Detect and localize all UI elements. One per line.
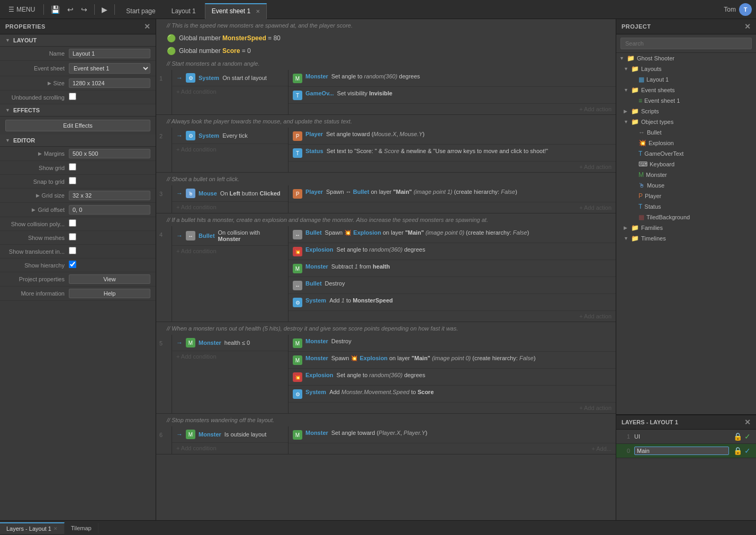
layer-name-ui: UI [634,433,729,440]
separator2 [94,4,95,15]
action-5-3: 💥 Explosion Set angle to random(360) deg… [289,369,616,386]
prop-margins-row: ▶ Margins [0,147,156,161]
menu-button[interactable]: ☰ MENU [4,4,39,15]
tree-explosion[interactable]: 💥 Explosion [616,138,756,148]
tree-event-sheets-folder[interactable]: ▼ 📁 Event sheets [616,85,756,95]
size-input[interactable] [69,78,150,88]
project-close[interactable]: ✕ [744,22,751,31]
act-name-2-1: Player [305,131,323,137]
add-condition-4[interactable]: + Add condition [172,246,288,256]
tree-object-types-folder[interactable]: ▼ 📁 Object types [616,117,756,127]
edit-effects-button[interactable]: Edit Effects [5,120,150,131]
add-action-4[interactable]: + Add action [289,311,616,322]
add-action-3[interactable]: + Add action [289,202,616,213]
tab-start-page[interactable]: Start page [119,3,162,19]
layer-name-main[interactable] [634,447,729,455]
tab-event-sheet1[interactable]: Event sheet 1 ✕ [205,3,267,19]
prop-more-info-row: More information Help [0,287,156,301]
global-text-2: Global number Score = 0 [179,47,251,55]
system-icon: ⚙ [186,73,195,83]
name-value [69,49,150,58]
tree-bullet[interactable]: ↔ Bullet [616,127,756,138]
name-input[interactable] [69,49,150,58]
save-icon[interactable]: 💾 [48,3,62,16]
collision-checkbox[interactable] [69,219,76,227]
layers-tab-close[interactable]: ✕ [53,526,58,531]
tree-timelines-folder[interactable]: ▼ 📁 Timelines [616,233,756,244]
prop-collision-row: Show collision poly... [0,217,156,231]
add-action-2[interactable]: + Add action [289,162,616,172]
properties-close[interactable]: ✕ [144,22,151,31]
tab-event-sheet1-close[interactable]: ✕ [256,8,260,14]
cond-arrow-3: → [176,190,183,197]
tree-root[interactable]: ▼ 📁 Ghost Shooter [616,53,756,64]
unbounded-checkbox[interactable] [69,93,76,100]
add-action-6[interactable]: + Add... [289,443,616,454]
hierarchy-checkbox[interactable] [69,261,76,268]
event-sheet-select[interactable]: Event sheet 1 [69,63,150,74]
snap-grid-checkbox[interactable] [69,177,76,184]
event-conditions-2: → ⚙ System Every tick + Add condition [172,128,289,172]
condition-3-1: → 🖱 Mouse On Left button Clicked [172,185,288,202]
act-text-4-1: Spawn 💥 Explosion on layer "Main" (image… [325,229,611,236]
tab-layers-layout1[interactable]: Layers - Layout 1 ✕ [0,522,65,534]
event-actions-3: P Player Spawn ↔ Bullet on layer "Main" … [289,185,616,213]
action-2-1: P Player Set angle toward (Mouse.X, Mous… [289,128,616,145]
lock-icon-ui[interactable]: 🔒 [733,432,742,441]
undo-icon[interactable]: ↩ [65,3,76,16]
tree-tiled[interactable]: ▦ TiledBackground [616,212,756,222]
tree-families-folder[interactable]: ▶ 📁 Families [616,222,756,233]
show-grid-checkbox[interactable] [69,163,76,171]
families-folder-icon: 📁 [631,224,639,231]
section-effects[interactable]: ▼ EFFECTS [0,104,156,117]
event-num-1: 1 [156,70,172,114]
play-icon[interactable]: ▶ [99,3,110,16]
grid-offset-input[interactable] [69,205,150,215]
grid-size-label: ▶ Grid size [5,192,69,199]
add-action-1[interactable]: + Add action [289,104,616,114]
tree-mouse[interactable]: 🖱 Mouse [616,180,756,191]
add-condition-1[interactable]: + Add condition [172,86,288,97]
add-action-5[interactable]: + Add action [289,403,616,413]
layers-close[interactable]: ✕ [744,418,751,426]
tab-tilemap[interactable]: Tilemap [65,523,98,533]
tree-event-sheet1[interactable]: ≡ Event sheet 1 [616,95,756,106]
action-1-2: T GameOv... Set visibility Invisible [289,87,616,104]
project-tree: ▼ 📁 Ghost Shooter ▼ 📁 Layouts ▦ Layout 1… [616,34,756,414]
section-layout[interactable]: ▼ LAYOUT [0,34,156,47]
visibility-icon-ui[interactable]: ✓ [744,432,751,441]
editor-section-label: EDITOR [13,137,35,144]
margins-input[interactable] [69,149,150,158]
tree-layouts-folder[interactable]: ▼ 📁 Layouts [616,64,756,74]
tree-monster[interactable]: M Monster [616,170,756,180]
action-5-2: M Monster Spawn 💥 Explosion on layer "Ma… [289,352,616,369]
prop-meshes-row: Show meshes [0,231,156,245]
user-avatar[interactable]: T [739,3,752,16]
visibility-icon-main[interactable]: ✓ [744,447,751,455]
properties-panel: PROPERTIES ✕ ▼ LAYOUT Name Event sheet E… [0,19,156,520]
event-num-4: 4 [156,226,172,322]
project-props-btn[interactable]: View [69,274,150,284]
grid-size-input[interactable] [69,191,150,200]
redo-icon[interactable]: ↪ [78,3,90,16]
meshes-checkbox[interactable] [69,233,76,240]
tab-layout1[interactable]: Layout 1 [165,3,203,19]
root-arrow: ▼ [619,56,625,61]
tree-scripts-folder[interactable]: ▶ 📁 Scripts [616,106,756,117]
translucent-checkbox[interactable] [69,247,76,254]
tree-player[interactable]: P Player [616,191,756,201]
add-condition-6[interactable]: + Add condition [172,443,288,453]
tree-status[interactable]: T Status [616,201,756,212]
tree-gameover[interactable]: T GameOverText [616,148,756,159]
more-info-btn[interactable]: Help [69,289,150,298]
add-condition-2[interactable]: + Add condition [172,144,288,155]
condition-1-1: → ⚙ System On start of layout [172,70,288,86]
section-editor[interactable]: ▼ EDITOR [0,135,156,147]
lock-icon-main[interactable]: 🔒 [733,447,742,455]
add-condition-5[interactable]: + Add condition [172,351,288,362]
tree-layout1[interactable]: ▦ Layout 1 [616,74,756,85]
gameover-type-icon: T [638,150,642,157]
add-condition-3[interactable]: + Add condition [172,202,288,212]
search-input[interactable] [620,38,752,49]
tree-keyboard[interactable]: ⌨ Keyboard [616,159,756,170]
